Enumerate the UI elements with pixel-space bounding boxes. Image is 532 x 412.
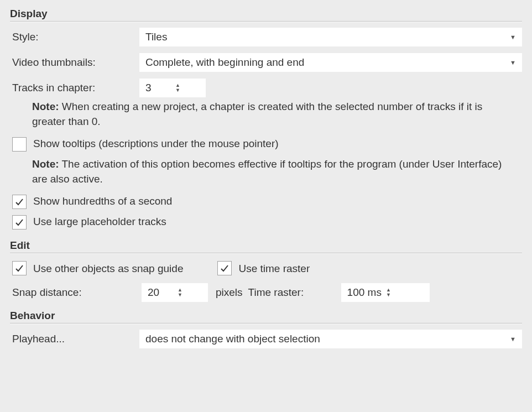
video-thumbnails-label: Video thumbnails: xyxy=(10,56,139,69)
pixels-label: pixels xyxy=(208,286,248,299)
checkmark-icon xyxy=(15,218,24,227)
style-dropdown[interactable]: Tiles ▼ xyxy=(139,28,522,46)
show-hundredths-checkbox[interactable] xyxy=(12,195,27,209)
large-placeholder-checkbox[interactable] xyxy=(12,215,27,230)
time-raster-value: 100 ms xyxy=(342,286,386,299)
snap-distance-value: 20 xyxy=(142,286,178,299)
time-raster-spinner[interactable]: 100 ms ▲▼ xyxy=(341,283,430,302)
note-label: Note: xyxy=(32,158,59,170)
snap-guide-checkbox[interactable] xyxy=(12,261,27,275)
section-rule xyxy=(10,253,522,254)
time-raster-field-label: Time raster: xyxy=(248,286,341,299)
style-dropdown-value: Tiles xyxy=(145,31,167,43)
snap-guide-label: Use other objects as snap guide xyxy=(33,263,183,275)
time-raster-label: Use time raster xyxy=(238,263,310,275)
chevron-down-icon: ▼ xyxy=(510,336,516,342)
checkmark-icon xyxy=(15,197,24,206)
video-thumbnails-dropdown[interactable]: Complete, with beginning and end ▼ xyxy=(139,53,522,72)
show-tooltips-label: Show tooltips (descriptions under the mo… xyxy=(33,138,279,150)
note-text: When creating a new project, a chapter i… xyxy=(32,101,482,127)
playhead-dropdown-value: does not change with object selection xyxy=(145,333,320,345)
snap-distance-spinner[interactable]: 20 ▲▼ xyxy=(142,283,208,302)
note-text: The activation of this option becomes ef… xyxy=(32,158,502,185)
tracks-in-chapter-spinner[interactable]: 3 ▲▼ xyxy=(139,79,206,97)
playhead-label: Playhead... xyxy=(10,333,139,345)
checkmark-icon xyxy=(15,264,24,273)
show-hundredths-label: Show hundredths of a second xyxy=(33,195,172,207)
section-title-behavior: Behavior xyxy=(10,310,522,322)
tooltips-note: Note: The activation of this option beco… xyxy=(32,157,513,186)
chevron-down-icon: ▼ xyxy=(510,34,516,40)
section-title-display: Display xyxy=(10,8,522,20)
tracks-note: Note: When creating a new project, a cha… xyxy=(32,100,513,129)
section-rule xyxy=(10,21,522,22)
note-label: Note: xyxy=(32,101,59,112)
style-label: Style: xyxy=(10,31,139,43)
checkmark-icon xyxy=(220,264,229,273)
spinner-arrows-icon[interactable]: ▲▼ xyxy=(175,83,185,93)
tracks-in-chapter-label: Tracks in chapter: xyxy=(10,82,139,94)
spinner-arrows-icon[interactable]: ▲▼ xyxy=(386,288,395,298)
time-raster-checkbox[interactable] xyxy=(217,261,232,275)
tracks-in-chapter-value: 3 xyxy=(140,82,175,94)
large-placeholder-label: Use large placeholder tracks xyxy=(33,216,166,228)
playhead-dropdown[interactable]: does not change with object selection ▼ xyxy=(139,330,522,348)
show-tooltips-checkbox[interactable] xyxy=(12,137,27,152)
video-thumbnails-value: Complete, with beginning and end xyxy=(145,56,304,69)
section-rule xyxy=(10,323,522,324)
snap-distance-label: Snap distance: xyxy=(12,286,142,299)
chevron-down-icon: ▼ xyxy=(510,59,516,66)
section-title-edit: Edit xyxy=(10,239,522,252)
spinner-arrows-icon[interactable]: ▲▼ xyxy=(178,288,187,298)
